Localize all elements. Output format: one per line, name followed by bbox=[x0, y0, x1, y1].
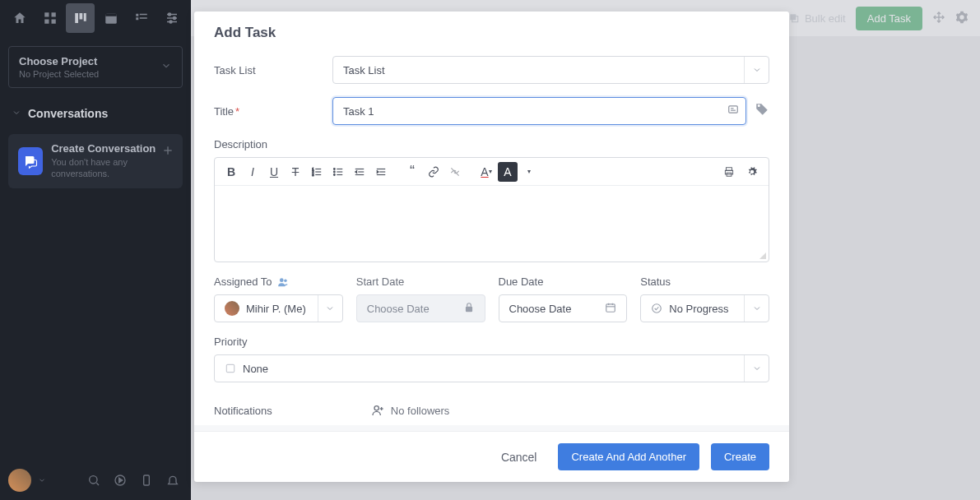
chevron-down-icon bbox=[160, 60, 172, 75]
home-icon[interactable] bbox=[5, 3, 34, 33]
resize-handle-icon[interactable] bbox=[759, 252, 767, 260]
title-input[interactable] bbox=[332, 97, 746, 125]
notifications-label: Notifications bbox=[214, 405, 272, 417]
chevron-down-icon bbox=[744, 355, 769, 382]
svg-point-18 bbox=[170, 21, 172, 23]
link-icon[interactable] bbox=[424, 162, 444, 182]
check-circle-icon bbox=[651, 303, 662, 314]
svg-rect-9 bbox=[136, 14, 138, 16]
card-icon[interactable] bbox=[727, 104, 740, 118]
calendar-icon[interactable] bbox=[96, 3, 125, 33]
chevron-down-icon[interactable] bbox=[38, 473, 46, 488]
task-list-select[interactable]: Task List bbox=[332, 56, 769, 84]
start-date-input: Choose Date bbox=[356, 294, 485, 322]
lock-icon bbox=[463, 302, 475, 316]
status-select[interactable]: No Progress bbox=[640, 294, 769, 322]
color-dropdown-icon[interactable]: ▾ bbox=[519, 162, 539, 182]
svg-rect-3 bbox=[51, 20, 55, 24]
svg-rect-31 bbox=[729, 106, 738, 113]
play-icon[interactable] bbox=[110, 470, 130, 490]
assigned-to-value: Mihir P. (Me) bbox=[246, 303, 306, 315]
assignee-avatar bbox=[225, 301, 239, 316]
due-date-placeholder: Choose Date bbox=[509, 303, 572, 315]
highlight-icon[interactable]: A bbox=[498, 162, 518, 182]
project-selector[interactable]: Choose Project No Project Selected bbox=[8, 46, 183, 88]
start-date-label: Start Date bbox=[356, 275, 485, 288]
cancel-button[interactable]: Cancel bbox=[491, 444, 547, 470]
priority-label: Priority bbox=[214, 336, 769, 348]
tag-icon[interactable] bbox=[755, 102, 769, 120]
project-title: Choose Project bbox=[19, 55, 99, 67]
svg-rect-6 bbox=[83, 13, 86, 21]
add-follower-button[interactable]: No followers bbox=[371, 404, 450, 417]
svg-point-63 bbox=[653, 304, 662, 313]
add-person-icon bbox=[371, 404, 384, 417]
sidebar: Choose Project No Project Selected Conve… bbox=[0, 0, 191, 500]
underline-icon[interactable]: U bbox=[264, 162, 284, 182]
quote-icon[interactable]: “ bbox=[402, 162, 422, 182]
create-add-another-button[interactable]: Create And Add Another bbox=[558, 443, 699, 470]
title-label: Title* bbox=[214, 105, 332, 118]
svg-point-57 bbox=[284, 279, 287, 282]
create-conversation-item[interactable]: Create Conversation You don't have any c… bbox=[8, 134, 183, 188]
user-avatar[interactable] bbox=[8, 469, 31, 492]
notifications-row: Notifications No followers bbox=[214, 396, 769, 425]
bullet-list-icon[interactable] bbox=[328, 162, 348, 182]
editor-toolbar: B I U T 123 “ A▾ A ▾ bbox=[215, 158, 769, 186]
no-followers-label: No followers bbox=[391, 405, 450, 417]
chevron-down-icon bbox=[318, 295, 342, 322]
svg-rect-11 bbox=[136, 17, 138, 20]
board-icon[interactable] bbox=[66, 3, 95, 33]
svg-rect-10 bbox=[139, 14, 146, 16]
svg-point-65 bbox=[374, 406, 379, 410]
svg-marker-24 bbox=[119, 478, 123, 482]
start-date-placeholder: Choose Date bbox=[367, 303, 430, 315]
print-icon[interactable] bbox=[719, 162, 739, 182]
due-date-input[interactable]: Choose Date bbox=[499, 294, 628, 322]
svg-rect-5 bbox=[79, 13, 82, 20]
svg-rect-59 bbox=[606, 303, 615, 311]
svg-rect-0 bbox=[44, 12, 49, 16]
plus-icon[interactable] bbox=[161, 144, 174, 160]
grid-icon[interactable] bbox=[35, 3, 64, 33]
people-icon bbox=[277, 276, 289, 288]
priority-select[interactable]: None bbox=[214, 354, 769, 382]
conversations-header[interactable]: Conversations bbox=[0, 98, 191, 129]
chevron-down-icon bbox=[744, 295, 769, 322]
svg-point-44 bbox=[333, 171, 335, 173]
sidebar-top-icons bbox=[0, 0, 191, 36]
bell-icon[interactable] bbox=[163, 470, 183, 490]
svg-rect-53 bbox=[727, 167, 732, 170]
svg-point-56 bbox=[280, 278, 284, 282]
svg-point-17 bbox=[173, 17, 175, 20]
svg-line-22 bbox=[96, 483, 99, 485]
settings-icon[interactable] bbox=[742, 162, 762, 182]
assigned-to-label: Assigned To bbox=[214, 275, 272, 288]
chevron-down-icon bbox=[744, 57, 769, 83]
description-textarea[interactable] bbox=[215, 186, 769, 262]
modal-footer: Cancel Create And Add Another Create bbox=[194, 431, 789, 482]
text-color-icon[interactable]: A▾ bbox=[476, 162, 496, 182]
italic-icon[interactable]: I bbox=[243, 162, 262, 182]
create-button[interactable]: Create bbox=[711, 443, 769, 470]
search-icon[interactable] bbox=[84, 470, 104, 490]
mobile-icon[interactable] bbox=[137, 470, 156, 490]
chevron-down-icon bbox=[12, 106, 21, 121]
bold-icon[interactable]: B bbox=[221, 162, 241, 182]
svg-rect-25 bbox=[144, 475, 150, 485]
unlink-icon[interactable] bbox=[445, 162, 465, 182]
conv-item-sub: You don't have any conversations. bbox=[51, 156, 173, 180]
svg-text:3: 3 bbox=[312, 172, 314, 176]
outdent-icon[interactable] bbox=[350, 162, 369, 182]
priority-icon bbox=[225, 363, 236, 374]
due-date-label: Due Date bbox=[499, 275, 628, 288]
sliders-icon[interactable] bbox=[157, 3, 186, 33]
strike-icon[interactable]: T bbox=[286, 162, 305, 182]
task-list-value: Task List bbox=[343, 64, 385, 76]
conv-item-title: Create Conversation bbox=[51, 142, 173, 155]
ordered-list-icon[interactable]: 123 bbox=[307, 162, 327, 182]
indent-icon[interactable] bbox=[371, 162, 391, 182]
assigned-to-select[interactable]: Mihir P. (Me) bbox=[214, 294, 343, 322]
recurrence-row: Recurrence bbox=[194, 425, 789, 431]
list-icon[interactable] bbox=[127, 3, 156, 33]
